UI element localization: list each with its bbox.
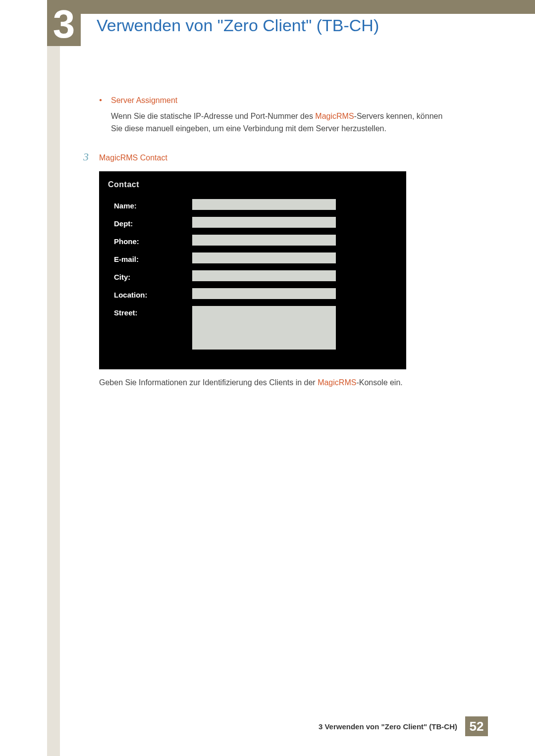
label-dept: Dept:	[108, 217, 192, 230]
input-location[interactable]	[192, 288, 336, 299]
chapter-number-badge: 3	[47, 2, 81, 46]
footer: 3 Verwenden von "Zero Client" (TB-CH) 52	[319, 716, 488, 736]
caption: Geben Sie Informationen zur Identifizier…	[99, 376, 446, 389]
field-row-dept: Dept:	[108, 217, 397, 230]
step-row: 3 MagicRMS Contact	[83, 148, 446, 165]
input-street[interactable]	[192, 306, 336, 350]
bullet-body-highlight: MagicRMS	[315, 112, 354, 120]
input-phone[interactable]	[192, 235, 336, 246]
footer-text: 3 Verwenden von "Zero Client" (TB-CH)	[319, 722, 457, 731]
content-area: ● Server Assignment Wenn Sie die statisc…	[99, 94, 446, 389]
input-city[interactable]	[192, 270, 336, 281]
chapter-title: Verwenden von "Zero Client" (TB-CH)	[97, 16, 379, 35]
side-bar	[47, 14, 60, 756]
bullet-body-pre: Wenn Sie die statische IP-Adresse und Po…	[111, 112, 315, 120]
bullet-item: ● Server Assignment	[99, 94, 446, 107]
caption-pre: Geben Sie Informationen zur Identifizier…	[99, 378, 318, 387]
label-phone: Phone:	[108, 235, 192, 248]
label-location: Location:	[108, 288, 192, 301]
contact-form-title: Contact	[108, 178, 397, 191]
label-email: E-mail:	[108, 252, 192, 265]
footer-page-number: 52	[465, 716, 488, 736]
field-row-location: Location:	[108, 288, 397, 301]
contact-form-screenshot: Contact Name: Dept: Phone: E-mail: City:…	[99, 171, 406, 369]
input-name[interactable]	[192, 199, 336, 210]
step-number: 3	[83, 148, 99, 165]
input-email[interactable]	[192, 252, 336, 263]
caption-post: -Konsole ein.	[356, 378, 402, 387]
bullet-icon: ●	[99, 94, 111, 107]
label-city: City:	[108, 270, 192, 283]
field-row-name: Name:	[108, 199, 397, 212]
bullet-heading: Server Assignment	[111, 94, 177, 107]
field-row-street: Street:	[108, 306, 397, 350]
label-street: Street:	[108, 306, 192, 319]
field-row-phone: Phone:	[108, 235, 397, 248]
step-heading: MagicRMS Contact	[99, 151, 167, 164]
input-dept[interactable]	[192, 217, 336, 228]
top-bar	[47, 0, 535, 14]
field-row-city: City:	[108, 270, 397, 283]
caption-highlight: MagicRMS	[318, 378, 356, 387]
bullet-body: Wenn Sie die statische IP-Adresse und Po…	[111, 110, 446, 135]
field-row-email: E-mail:	[108, 252, 397, 265]
label-name: Name:	[108, 199, 192, 212]
